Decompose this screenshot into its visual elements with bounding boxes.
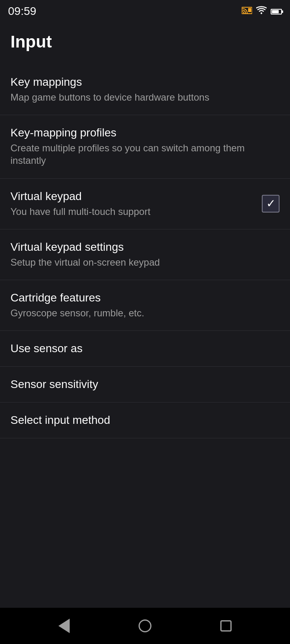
- settings-item-sensor-sensitivity-content: Sensor sensitivity: [10, 378, 280, 391]
- settings-list: Key mappings Map game buttons to device …: [0, 64, 290, 438]
- settings-item-cartridge-features-subtitle: Gyroscope sensor, rumble, etc.: [10, 307, 280, 319]
- nav-recent-button[interactable]: [216, 616, 236, 636]
- settings-item-select-input-method-content: Select input method: [10, 414, 280, 427]
- settings-item-use-sensor-as[interactable]: Use sensor as: [0, 331, 290, 367]
- settings-item-virtual-keypad-content: Virtual keypad You have full multi-touch…: [10, 190, 255, 218]
- settings-item-key-mappings[interactable]: Key mappings Map game buttons to device …: [0, 64, 290, 115]
- settings-item-virtual-keypad-settings[interactable]: Virtual keypad settings Setup the virtua…: [0, 229, 290, 280]
- settings-item-use-sensor-as-content: Use sensor as: [10, 342, 280, 355]
- settings-item-select-input-method[interactable]: Select input method: [0, 402, 290, 438]
- settings-item-virtual-keypad[interactable]: Virtual keypad You have full multi-touch…: [0, 179, 290, 229]
- settings-item-key-mappings-subtitle: Map game buttons to device hardware butt…: [10, 91, 280, 103]
- settings-item-key-mappings-title: Key mappings: [10, 76, 280, 89]
- page-title: Input: [0, 23, 290, 64]
- settings-item-sensor-sensitivity[interactable]: Sensor sensitivity: [0, 367, 290, 402]
- battery-icon: [271, 8, 282, 15]
- nav-back-button[interactable]: [54, 615, 74, 637]
- home-icon: [139, 619, 151, 632]
- settings-item-key-mapping-profiles-title: Key-mapping profiles: [10, 126, 280, 139]
- svg-rect-1: [248, 8, 251, 12]
- status-bar: 09:59: [0, 0, 290, 23]
- settings-item-virtual-keypad-settings-title: Virtual keypad settings: [10, 241, 280, 254]
- settings-item-virtual-keypad-title: Virtual keypad: [10, 190, 255, 203]
- settings-item-virtual-keypad-subtitle: You have full multi-touch support: [10, 205, 255, 218]
- settings-item-virtual-keypad-settings-subtitle: Setup the virtual on-screen keypad: [10, 256, 280, 268]
- status-time: 09:59: [8, 5, 36, 18]
- wifi-icon: [256, 6, 267, 17]
- svg-point-2: [261, 12, 262, 14]
- settings-item-select-input-method-title: Select input method: [10, 414, 280, 427]
- settings-item-key-mappings-content: Key mappings Map game buttons to device …: [10, 76, 280, 103]
- settings-item-sensor-sensitivity-title: Sensor sensitivity: [10, 378, 280, 391]
- back-icon: [58, 619, 70, 633]
- recent-icon: [220, 620, 232, 632]
- nav-home-button[interactable]: [135, 615, 155, 636]
- settings-item-key-mapping-profiles-content: Key-mapping profiles Create multiple pro…: [10, 126, 280, 167]
- settings-item-use-sensor-as-title: Use sensor as: [10, 342, 280, 355]
- settings-item-virtual-keypad-settings-content: Virtual keypad settings Setup the virtua…: [10, 241, 280, 268]
- content-area: Input Key mappings Map game buttons to d…: [0, 23, 290, 475]
- virtual-keypad-checkbox[interactable]: ✓: [262, 195, 280, 213]
- settings-item-cartridge-features-content: Cartridge features Gyroscope sensor, rum…: [10, 291, 280, 319]
- nav-bar: [0, 608, 290, 644]
- settings-item-key-mapping-profiles[interactable]: Key-mapping profiles Create multiple pro…: [0, 115, 290, 178]
- settings-item-cartridge-features-title: Cartridge features: [10, 291, 280, 304]
- settings-item-key-mapping-profiles-subtitle: Create multiple profiles so you can swit…: [10, 142, 280, 167]
- status-icons: [242, 6, 282, 17]
- cast-icon: [242, 6, 252, 17]
- settings-item-cartridge-features[interactable]: Cartridge features Gyroscope sensor, rum…: [0, 280, 290, 331]
- checkmark-icon: ✓: [266, 198, 276, 209]
